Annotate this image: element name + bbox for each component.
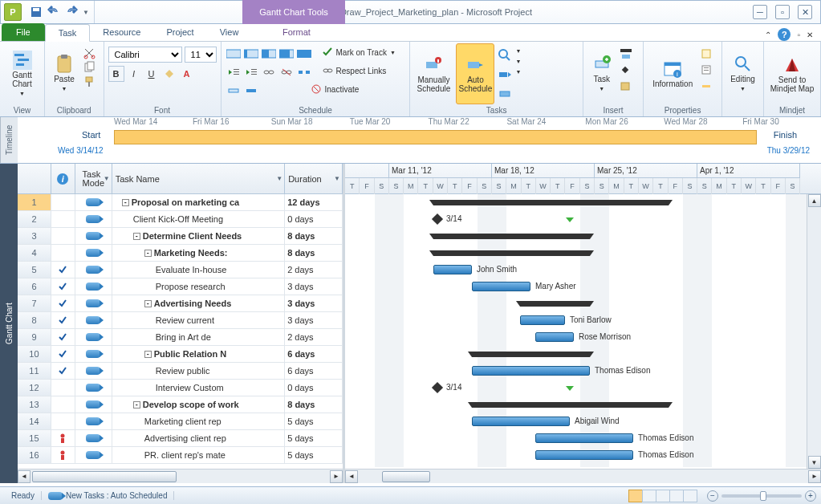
week-header[interactable] bbox=[345, 164, 389, 178]
week-header[interactable]: Apr 1, '12 bbox=[697, 164, 800, 178]
gantt-hscroll[interactable]: ◄► bbox=[345, 469, 821, 483]
gantt-row[interactable]: Toni Barlow bbox=[345, 312, 821, 329]
task-mode-icon[interactable] bbox=[498, 87, 512, 101]
day-header[interactable]: W bbox=[742, 178, 756, 194]
format-painter-icon[interactable] bbox=[83, 75, 96, 88]
manually-schedule-button[interactable]: Manually Schedule bbox=[414, 43, 453, 104]
table-row[interactable]: 15Advertising client rep5 days bbox=[18, 430, 343, 447]
table-row[interactable]: 11Review public6 days bbox=[18, 363, 343, 380]
move-task-icon[interactable] bbox=[498, 67, 512, 82]
move-drop-icon[interactable]: ▼ bbox=[515, 59, 521, 64]
cell-duration[interactable]: 3 days bbox=[285, 312, 343, 328]
row-header[interactable]: 6 bbox=[18, 278, 51, 295]
summary-bar[interactable] bbox=[472, 402, 669, 408]
summary-bar[interactable] bbox=[433, 200, 669, 205]
link-button[interactable] bbox=[261, 64, 277, 80]
pct-100-button[interactable] bbox=[296, 46, 312, 62]
day-header[interactable]: W bbox=[639, 178, 653, 194]
day-header[interactable]: S bbox=[492, 178, 506, 194]
day-header[interactable]: T bbox=[727, 178, 742, 194]
cell-mode[interactable] bbox=[75, 245, 112, 261]
table-row[interactable]: 1-Proposal on marketing ca12 days bbox=[18, 194, 343, 211]
cell-duration[interactable]: 0 days bbox=[285, 380, 343, 396]
cell-duration[interactable]: 0 days bbox=[285, 211, 343, 227]
gantt-row[interactable] bbox=[345, 194, 821, 211]
undo-icon[interactable] bbox=[47, 6, 60, 18]
cell-duration[interactable]: 8 days bbox=[285, 396, 343, 413]
gantt-row[interactable] bbox=[345, 245, 821, 262]
day-header[interactable]: F bbox=[565, 178, 579, 194]
day-header[interactable]: T bbox=[418, 178, 433, 194]
respect-links-button[interactable]: Respect Links bbox=[322, 64, 387, 77]
row-header[interactable]: 4 bbox=[18, 245, 51, 261]
row-header[interactable]: 14 bbox=[18, 413, 51, 429]
task-insert-button[interactable]: Task▼ bbox=[587, 43, 616, 104]
day-header[interactable]: S bbox=[580, 178, 595, 194]
row-header[interactable]: 15 bbox=[18, 430, 51, 446]
milestone-icon[interactable] bbox=[620, 64, 632, 75]
mode-drop-icon[interactable]: ▼ bbox=[515, 69, 521, 75]
cell-mode[interactable] bbox=[75, 228, 112, 244]
day-header[interactable]: T bbox=[756, 178, 770, 194]
row-header[interactable]: 7 bbox=[18, 295, 51, 311]
day-header[interactable]: S bbox=[786, 178, 800, 194]
day-header[interactable]: S bbox=[595, 178, 609, 194]
qat-dropdown-icon[interactable]: ▼ bbox=[83, 9, 89, 16]
cell-name[interactable]: Interview Custom bbox=[112, 380, 286, 396]
cell-mode[interactable] bbox=[75, 194, 112, 210]
row-header[interactable]: 16 bbox=[18, 447, 51, 463]
editing-button[interactable]: Editing▼ bbox=[726, 43, 759, 104]
task-bar[interactable] bbox=[520, 315, 565, 325]
gantt-row[interactable]: Thomas Edison bbox=[345, 447, 821, 464]
pct-50-button[interactable] bbox=[261, 46, 277, 62]
col-task-name[interactable]: Task Name▼ bbox=[112, 164, 285, 193]
row-header[interactable]: 13 bbox=[18, 396, 51, 413]
view-report-icon[interactable] bbox=[683, 490, 697, 502]
table-hscroll[interactable]: ◄► bbox=[18, 469, 343, 483]
tab-view[interactable]: View bbox=[207, 23, 252, 41]
pct-75-button[interactable] bbox=[278, 46, 295, 62]
day-header[interactable]: F bbox=[360, 178, 374, 194]
table-row[interactable]: 3-Determine Client Needs8 days bbox=[18, 228, 343, 245]
information-button[interactable]: iInformation bbox=[648, 43, 697, 104]
notes-icon[interactable] bbox=[701, 48, 712, 59]
cell-name[interactable]: Marketing client rep bbox=[112, 413, 285, 429]
summary-bar[interactable] bbox=[472, 352, 590, 357]
cell-name[interactable]: Bring in Art de bbox=[112, 329, 286, 345]
gantt-row[interactable]: Thomas Edison bbox=[345, 430, 821, 447]
day-header[interactable]: M bbox=[609, 178, 624, 194]
help-icon[interactable]: ? bbox=[778, 28, 791, 41]
tab-file[interactable]: File bbox=[2, 23, 45, 41]
table-row[interactable]: 8Review current3 days bbox=[18, 312, 343, 329]
day-header[interactable]: T bbox=[448, 178, 462, 194]
col-duration[interactable]: Duration▼ bbox=[285, 164, 343, 193]
mode-button[interactable] bbox=[243, 83, 259, 99]
inactivate-button[interactable]: Inactivate bbox=[311, 83, 360, 96]
day-header[interactable]: T bbox=[653, 178, 668, 194]
day-header[interactable]: F bbox=[669, 178, 683, 194]
mindjet-button[interactable]: Send to Mindjet Map bbox=[768, 43, 816, 104]
cell-duration[interactable]: 6 days bbox=[285, 363, 343, 379]
cell-mode[interactable] bbox=[75, 380, 112, 396]
details-icon[interactable] bbox=[701, 64, 712, 75]
copy-icon[interactable] bbox=[83, 61, 96, 74]
cell-mode[interactable] bbox=[75, 413, 112, 429]
gantt-chart-label[interactable]: Gantt Chart bbox=[0, 164, 18, 483]
cell-name[interactable]: Propose research bbox=[112, 278, 286, 295]
mark-on-track-button[interactable]: Mark on Track▼ bbox=[322, 46, 396, 59]
gantt-row[interactable]: Abigail Wind bbox=[345, 413, 821, 430]
day-header[interactable]: S bbox=[389, 178, 404, 194]
cell-mode[interactable] bbox=[75, 211, 112, 227]
table-row[interactable]: 12Interview Custom0 days bbox=[18, 380, 343, 396]
zoom-in-button[interactable]: + bbox=[805, 490, 816, 502]
cell-mode[interactable] bbox=[75, 396, 112, 413]
row-header[interactable]: 10 bbox=[18, 346, 51, 362]
cell-duration[interactable]: 6 days bbox=[285, 346, 343, 362]
minimize-ribbon-icon[interactable]: ⌃ bbox=[765, 30, 771, 39]
col-task-mode[interactable]: Task Mode▼ bbox=[75, 164, 112, 193]
tab-task[interactable]: Task bbox=[45, 24, 91, 42]
table-row[interactable]: 2Client Kick-Off Meeting0 days bbox=[18, 211, 343, 228]
cell-duration[interactable]: 12 days bbox=[285, 194, 343, 210]
indent-button[interactable] bbox=[243, 64, 259, 80]
font-size-select[interactable]: 11 bbox=[185, 47, 217, 63]
